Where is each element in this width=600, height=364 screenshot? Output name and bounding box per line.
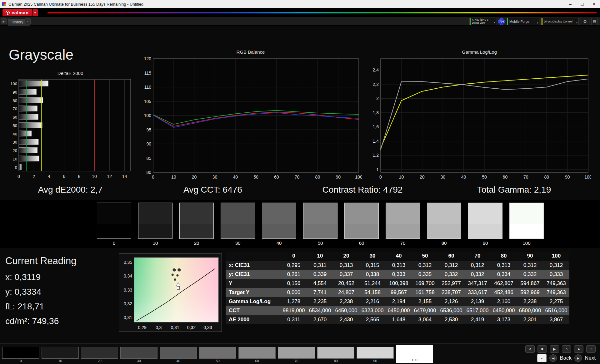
table-cell: 2,670 — [307, 315, 333, 324]
power-button[interactable]: ⊙ — [586, 345, 596, 353]
svg-text:100: 100 — [10, 81, 17, 86]
table-cell: 1,278 — [281, 297, 307, 306]
svg-text:0,31: 0,31 — [171, 325, 179, 330]
test-patch-90[interactable] — [357, 347, 394, 359]
table-cell: 749,363 — [543, 279, 569, 288]
contrast-ratio-stat: Contrast Ratio: 4792 — [288, 185, 438, 195]
source-select[interactable]: Mobile Forge ▾ — [507, 18, 539, 25]
svg-text:60: 60 — [274, 175, 279, 180]
table-cell: 0,315 — [359, 261, 386, 270]
patch-window-button[interactable]: ▪ — [537, 354, 547, 362]
logo-menu-button[interactable]: ▾ — [32, 9, 38, 16]
test-patch-50[interactable] — [199, 347, 236, 359]
test-patch-60[interactable] — [238, 347, 276, 359]
svg-text:6: 6 — [63, 174, 65, 179]
minimize-button[interactable]: – — [564, 0, 576, 8]
grayscale-swatch-80 — [427, 203, 461, 239]
table-cell: 2,126 — [438, 297, 464, 306]
calman-logo-icon — [6, 11, 10, 15]
maximize-button[interactable]: □ — [576, 0, 588, 8]
back-button[interactable]: Back — [560, 355, 572, 361]
svg-text:0,3: 0,3 — [156, 325, 162, 330]
play-icon: ▶ — [553, 347, 556, 351]
grayscale-swatch-0 — [97, 203, 131, 239]
swatch-actual — [386, 203, 420, 224]
close-button[interactable]: × — [588, 0, 600, 8]
play-button[interactable]: ▶ — [550, 345, 559, 353]
table-cell: 6517,000 — [464, 306, 491, 315]
swatch-target — [180, 224, 213, 239]
table-column-header: 90 — [517, 252, 543, 261]
table-cell: 238,707 — [438, 288, 464, 297]
patch-square-icon: ▪ — [541, 356, 542, 360]
svg-text:8: 8 — [78, 174, 81, 179]
svg-text:90: 90 — [336, 175, 341, 180]
record-button[interactable]: ● — [574, 345, 583, 353]
table-column-header: 10 — [307, 252, 333, 261]
table-cell: 2,139 — [464, 297, 491, 306]
add-page-button[interactable]: + — [25, 18, 31, 24]
settings-button[interactable]: ⚙ — [581, 18, 589, 25]
svg-text:0: 0 — [379, 175, 382, 180]
patch-label: 90 — [357, 359, 394, 363]
svg-text:10: 10 — [171, 175, 176, 180]
svg-text:60: 60 — [503, 175, 508, 180]
table-cell: 6500,000 — [517, 306, 543, 315]
svg-text:0: 0 — [18, 174, 20, 179]
table-cell: 6534,000 — [307, 306, 333, 315]
svg-text:0,32: 0,32 — [187, 325, 196, 330]
page-nav-button[interactable]: ▶ — [1, 18, 7, 24]
meter-select[interactable]: X-Rite i1Pro 3 Direct View ▾ — [469, 18, 496, 25]
table-cell: 2,565 — [359, 315, 386, 324]
svg-text:2,4: 2,4 — [373, 67, 379, 72]
svg-text:10: 10 — [92, 174, 97, 179]
reading-fl: fL: 218,71 — [5, 302, 44, 312]
back-icon[interactable]: ◀ — [549, 354, 557, 362]
next-icon[interactable]: ▶ — [574, 354, 582, 362]
test-patch-30[interactable] — [120, 347, 158, 359]
gamma-chart-plot: 2,42,221,81,61,41,2101020304050607080901… — [368, 56, 591, 181]
patch-label: 40 — [160, 359, 197, 363]
grayscale-swatch-10 — [138, 203, 172, 239]
test-patch-40[interactable] — [160, 347, 197, 359]
table-cell: 0,334 — [491, 270, 517, 279]
table-cell: 6323,000 — [359, 306, 386, 315]
chevron-down-icon: ▾ — [494, 21, 495, 24]
table-cell: 2,160 — [491, 297, 517, 306]
svg-text:90: 90 — [13, 90, 17, 95]
patch-label: 0 — [2, 359, 39, 363]
undo-button[interactable]: ↺ — [525, 345, 535, 353]
svg-text:110: 110 — [144, 85, 152, 90]
svg-text:90: 90 — [146, 141, 151, 146]
svg-text:40: 40 — [461, 175, 466, 180]
calman-logo[interactable]: calman — [2, 9, 32, 16]
svg-text:0,29: 0,29 — [138, 325, 147, 330]
table-cell: 2,216 — [359, 297, 386, 306]
grayscale-swatch-50 — [303, 203, 338, 239]
patch-label: 20 — [81, 359, 118, 363]
svg-text:20: 20 — [13, 148, 17, 153]
test-patch-80[interactable] — [317, 347, 354, 359]
swatch-label: 30 — [221, 240, 255, 246]
deltae-chart-title: DeltaE 2000 — [6, 71, 134, 77]
swatch-label: 100 — [509, 240, 544, 246]
home-button[interactable]: ⌂ — [562, 345, 571, 353]
swatch-actual — [221, 203, 255, 224]
test-patch-10[interactable] — [42, 347, 79, 359]
grayscale-swatch-100 — [509, 203, 544, 239]
test-patch-70[interactable] — [278, 347, 315, 359]
svg-text:30: 30 — [212, 175, 218, 180]
swatch-label: 0 — [97, 240, 131, 246]
table-cell: 0,337 — [333, 270, 359, 279]
next-button[interactable]: Next — [585, 355, 596, 361]
source-name: Mobile Forge — [509, 20, 539, 23]
test-patch-0[interactable] — [2, 347, 39, 359]
svg-text:80: 80 — [13, 98, 17, 103]
stop-button[interactable]: ■ — [538, 345, 547, 353]
test-patch-20[interactable] — [81, 347, 118, 359]
swatch-actual — [345, 203, 378, 224]
test-patch-100[interactable]: 100 — [396, 345, 433, 363]
titlebar: Calman 2025 Calman Ultimate for Business… — [0, 0, 600, 8]
panel-toggle-button[interactable]: ▤ — [591, 18, 598, 25]
display-control-select[interactable]: Direct Display Control ▾ — [541, 18, 579, 25]
